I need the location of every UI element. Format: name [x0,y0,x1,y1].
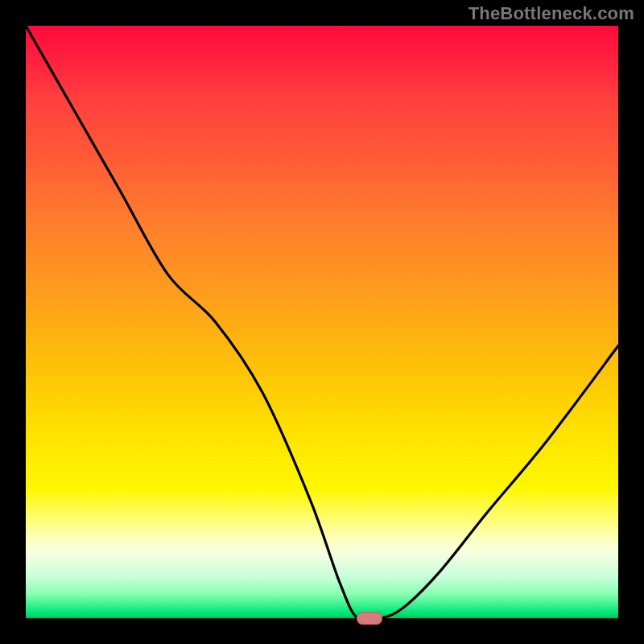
watermark-text: TheBottleneck.com [469,3,634,24]
chart-frame: TheBottleneck.com [0,0,644,644]
bottleneck-curve [26,26,618,618]
optimal-marker [357,612,382,625]
plot-area [26,26,618,618]
